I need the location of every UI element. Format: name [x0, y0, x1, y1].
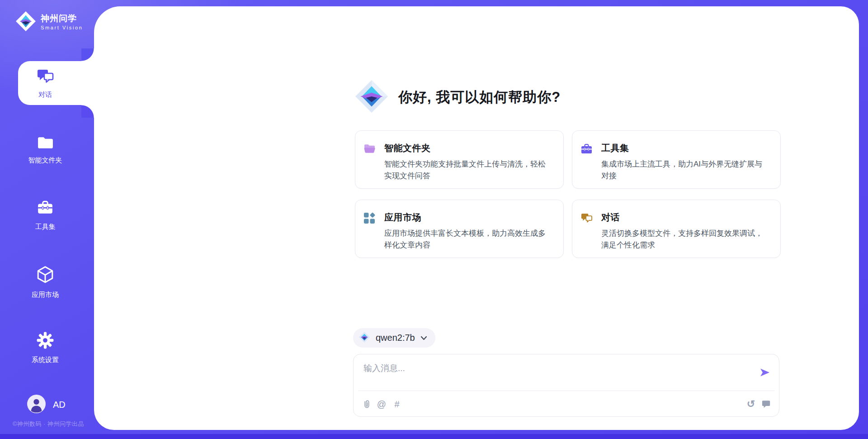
card-title: 工具集	[601, 142, 769, 154]
card-description: 集成市场上主流工具，助力AI与外界无缝扩展与对接	[601, 158, 769, 182]
model-name: qwen2:7b	[376, 333, 415, 343]
card-title: 智能文件夹	[384, 142, 552, 154]
greeting: 你好, 我可以如何帮助你?	[354, 79, 561, 116]
history-icon[interactable]: ↺	[745, 398, 757, 410]
composer-toolbar-right: ↺	[745, 398, 773, 410]
folder-icon	[363, 142, 376, 179]
avatar	[27, 395, 46, 415]
gear-icon	[36, 331, 54, 351]
briefcase-icon	[37, 199, 54, 218]
send-button[interactable]	[758, 366, 772, 380]
card-description: 灵活切换多模型文件，支持多样回复效果调试，满足个性化需求	[601, 228, 769, 251]
composer-toolbar: @ # ↺	[360, 397, 773, 411]
app-window: 神州问学 Smart Vision 对话	[0, 0, 868, 439]
card-smart-folder[interactable]: 智能文件夹 智能文件夹功能支持批量文件上传与清洗，轻松实现文件问答	[355, 130, 564, 189]
greeting-title: 你好, 我可以如何帮助你?	[398, 88, 561, 107]
card-chat[interactable]: 对话 灵活切换多模型文件，支持多样回复效果调试，满足个性化需求	[572, 200, 781, 258]
attachment-icon[interactable]	[360, 398, 373, 410]
tab-curve-bottom	[81, 105, 94, 118]
card-description: 智能文件夹功能支持批量文件上传与清洗，轻松实现文件问答	[384, 158, 552, 182]
sidebar-item-smart-folder[interactable]: 智能文件夹	[0, 135, 90, 165]
sidebar-item-label: 应用市场	[32, 291, 59, 299]
send-icon	[759, 367, 771, 379]
hashtag-glyph: #	[394, 400, 399, 409]
card-title: 应用市场	[384, 211, 552, 224]
brand-subtitle: Smart Vision	[41, 25, 83, 30]
mention-icon[interactable]: @	[375, 398, 388, 410]
sidebar-item-chat-content: 对话	[18, 61, 72, 105]
brand-text: 神州问学 Smart Vision	[41, 14, 83, 30]
card-app-market[interactable]: 应用市场 应用市场提供丰富长文本模板，助力高效生成多样化文章内容	[355, 200, 564, 258]
card-title: 对话	[601, 211, 769, 224]
brand-name: 神州问学	[41, 14, 83, 24]
card-body: 工具集 集成市场上主流工具，助力AI与外界无缝扩展与对接	[601, 142, 769, 179]
sidebar-item-label: 对话	[38, 91, 52, 99]
tab-curve-top	[81, 48, 94, 61]
user-profile[interactable]: AD	[27, 395, 66, 415]
card-body: 对话 灵活切换多模型文件，支持多样回复效果调试，满足个性化需求	[601, 211, 769, 248]
model-logo-icon	[359, 331, 370, 345]
folder-icon	[37, 135, 54, 152]
chat-icon	[580, 211, 593, 248]
feedback-bubble-icon[interactable]	[760, 398, 773, 410]
card-description: 应用市场提供丰富长文本模板，助力高效生成多样化文章内容	[384, 228, 552, 251]
cube-icon	[36, 265, 54, 286]
main-panel: 你好, 我可以如何帮助你? 智能文件夹 智能文件夹功能支持批量文件上传与清洗，轻…	[94, 6, 859, 430]
card-body: 应用市场 应用市场提供丰富长文本模板，助力高效生成多样化文章内容	[384, 211, 552, 248]
sidebar-item-settings[interactable]: 系统设置	[0, 331, 90, 364]
sidebar-item-app-market[interactable]: 应用市场	[0, 265, 90, 299]
sidebar-item-toolset[interactable]: 工具集	[0, 199, 90, 231]
sidebar-item-label: 智能文件夹	[28, 156, 62, 165]
composer: @ # ↺	[353, 354, 779, 417]
message-input[interactable]	[360, 360, 749, 388]
briefcase-icon	[580, 142, 593, 179]
mention-glyph: @	[377, 400, 386, 409]
hashtag-icon[interactable]: #	[391, 398, 403, 410]
history-glyph: ↺	[747, 399, 755, 409]
sidebar-item-label: 工具集	[35, 223, 56, 231]
card-toolset[interactable]: 工具集 集成市场上主流工具，助力AI与外界无缝扩展与对接	[572, 130, 781, 189]
composer-divider	[358, 391, 774, 391]
chat-icon	[36, 67, 55, 87]
brand: 神州问学 Smart Vision	[15, 11, 83, 33]
user-initials: AD	[53, 400, 66, 410]
chevron-down-icon	[420, 334, 427, 342]
model-selector[interactable]: qwen2:7b	[353, 328, 435, 348]
sidebar-item-chat[interactable]: 对话	[18, 61, 94, 105]
card-body: 智能文件夹 智能文件夹功能支持批量文件上传与清洗，轻松实现文件问答	[384, 142, 552, 179]
copyright-text: ©神州数码 · 神州问学出品	[6, 420, 90, 428]
sidebar-item-label: 系统设置	[32, 356, 59, 364]
assistant-logo-icon	[354, 79, 389, 116]
grid-icon	[363, 211, 376, 248]
bottom-accent-bar	[0, 434, 868, 439]
brand-logo-icon	[15, 11, 36, 33]
